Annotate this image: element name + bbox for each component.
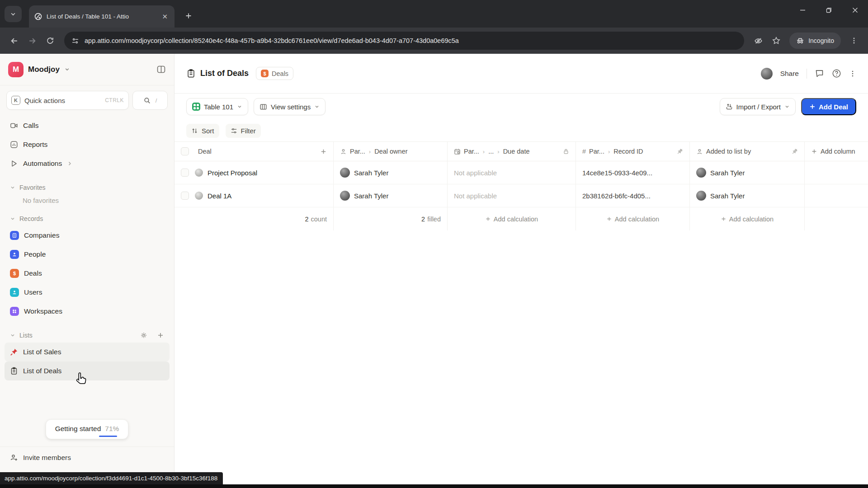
breadcrumb-separator: ›	[608, 148, 610, 155]
url-bar[interactable]: app.attio.com/moodjoycorp/collection/852…	[64, 32, 744, 50]
deal-name-cell[interactable]: Project Proposal	[175, 161, 333, 184]
import-export-button[interactable]: Import / Export	[720, 98, 796, 115]
sidebar-item-reports[interactable]: Reports	[5, 135, 170, 154]
getting-started-widget[interactable]: Getting started 71%	[46, 419, 129, 439]
browser-menu-button[interactable]	[845, 32, 863, 49]
back-button[interactable]	[5, 32, 23, 49]
invite-members-button[interactable]: Invite members	[0, 446, 174, 468]
column-header-deal-owner[interactable]: Par... › Deal owner	[333, 142, 447, 161]
sidebar-item-calls[interactable]: Calls	[5, 116, 170, 135]
workspace-name: Moodjoy	[28, 65, 60, 74]
favorites-section-header[interactable]: Favorites	[0, 175, 174, 195]
sidebar-item-companies[interactable]: Companies	[5, 226, 170, 245]
object-badge[interactable]: $ Deals	[256, 67, 293, 80]
sidebar-item-users[interactable]: Users	[5, 283, 170, 302]
add-deal-button[interactable]: Add Deal	[801, 98, 856, 115]
filter-sliders-icon	[231, 127, 237, 134]
sort-button[interactable]: Sort	[186, 124, 219, 138]
filter-button[interactable]: Filter	[226, 124, 261, 138]
add-calculation-button[interactable]: Add calculation	[576, 207, 689, 230]
search-button[interactable]: /	[132, 91, 168, 110]
sidebar-item-list-of-sales[interactable]: List of Sales	[5, 343, 170, 361]
tab-search-button[interactable]	[5, 6, 22, 22]
column-header-added-to-list-by[interactable]: Added to list by	[689, 142, 804, 161]
row-checkbox[interactable]	[181, 192, 189, 200]
deal-owner-cell[interactable]: Sarah Tyler	[333, 184, 447, 207]
unpin-icon[interactable]	[677, 148, 683, 155]
close-window-button[interactable]	[842, 0, 868, 20]
column-header-deal[interactable]: Deal	[175, 142, 333, 161]
dollar-icon: $	[10, 269, 19, 278]
owner-avatar	[340, 191, 350, 201]
deal-owner-cell[interactable]: Sarah Tyler	[333, 161, 447, 184]
added-by-avatar	[696, 168, 706, 178]
forward-icon	[28, 37, 37, 45]
sidebar-item-automations[interactable]: Automations	[5, 154, 170, 173]
minimize-button[interactable]	[789, 0, 816, 20]
deal-name: Deal 1A	[208, 192, 231, 200]
add-column-button[interactable]: Add column	[804, 142, 868, 161]
unpin-icon[interactable]	[792, 148, 798, 155]
grid-icon	[10, 307, 19, 316]
added-by-cell[interactable]: Sarah Tyler	[689, 161, 804, 184]
search-icon	[143, 97, 151, 104]
quick-actions-button[interactable]: K Quick actions CTRLK	[6, 91, 129, 110]
help-icon[interactable]	[832, 69, 841, 78]
record-id-cell[interactable]: 14ce8e15-0933-4e09...	[576, 161, 689, 184]
chevron-down-icon	[237, 104, 242, 109]
forward-button[interactable]	[24, 32, 41, 49]
no-favorites-text: No favorites	[0, 195, 174, 206]
record-id-cell[interactable]: 2b38162d-b6fc-4d05...	[576, 184, 689, 207]
sidebar-item-people[interactable]: People	[5, 245, 170, 264]
lists-header-label: Lists	[19, 332, 33, 339]
select-all-checkbox[interactable]	[181, 147, 189, 155]
table-row[interactable]: Project Proposal Sarah Tyler Not applica…	[175, 161, 868, 184]
sidebar-item-deals[interactable]: $ Deals	[5, 264, 170, 283]
records-section-header[interactable]: Records	[0, 206, 174, 226]
view-settings-button[interactable]: View settings	[254, 98, 326, 115]
lists-section-header[interactable]: Lists	[0, 323, 174, 343]
column-header-due-date[interactable]: Par... › ... › Due date	[447, 142, 576, 161]
new-tab-button[interactable]	[181, 8, 196, 23]
sidebar: M Moodjoy K Quick actions CTRLK / Calls	[0, 54, 175, 484]
video-camera-icon	[10, 122, 18, 130]
table-row[interactable]: Deal 1A Sarah Tyler Not applicable 2b381…	[175, 184, 868, 207]
page-title: List of Deals	[200, 69, 249, 78]
share-button[interactable]: Share	[780, 70, 799, 78]
add-calculation-label: Add calculation	[615, 216, 659, 223]
gear-icon[interactable]	[140, 332, 147, 339]
reload-button[interactable]	[42, 32, 59, 49]
search-shortcut: /	[156, 97, 157, 104]
maximize-button[interactable]	[816, 0, 842, 20]
added-by-cell[interactable]: Sarah Tyler	[689, 184, 804, 207]
chevron-down-icon	[10, 11, 16, 17]
add-calculation-button[interactable]: Add calculation	[689, 207, 804, 230]
breadcrumb-separator: ›	[483, 148, 485, 155]
status-bar-url: app.attio.com/moodjoycorp/collection/f3d…	[0, 472, 223, 484]
collapse-sidebar-icon[interactable]	[156, 65, 166, 74]
tab-close-icon[interactable]: ✕	[160, 12, 169, 21]
column-header-record-id[interactable]: # Par... › Record ID	[576, 142, 689, 161]
count-value: 2	[305, 216, 308, 223]
add-calculation-button[interactable]: Add calculation	[447, 207, 576, 230]
bookmark-button[interactable]	[768, 32, 785, 49]
workspace-switcher[interactable]: M Moodjoy	[0, 54, 174, 85]
row-checkbox[interactable]	[181, 169, 189, 177]
pushpin-icon	[10, 348, 18, 356]
add-list-icon[interactable]	[157, 332, 164, 339]
user-avatar[interactable]	[761, 68, 773, 80]
chat-icon[interactable]	[815, 69, 824, 78]
due-date-cell[interactable]: Not applicable	[447, 161, 576, 184]
table-view-icon	[192, 103, 200, 111]
kebab-icon[interactable]	[849, 70, 856, 77]
add-attribute-icon[interactable]	[320, 148, 327, 155]
due-date-cell[interactable]: Not applicable	[447, 184, 576, 207]
import-export-icon	[726, 103, 733, 110]
sidebar-item-list-of-deals[interactable]: List of Deals	[5, 361, 170, 380]
sidebar-item-workspaces[interactable]: Workspaces	[5, 302, 170, 321]
view-selector-button[interactable]: Table 101	[186, 98, 248, 115]
browser-tab[interactable]: List of Deals / Table 101 - Attio ✕	[29, 5, 175, 28]
person-plus-icon	[10, 454, 18, 462]
preview-toggle-button[interactable]	[750, 32, 767, 49]
deal-name-cell[interactable]: Deal 1A	[175, 184, 333, 207]
